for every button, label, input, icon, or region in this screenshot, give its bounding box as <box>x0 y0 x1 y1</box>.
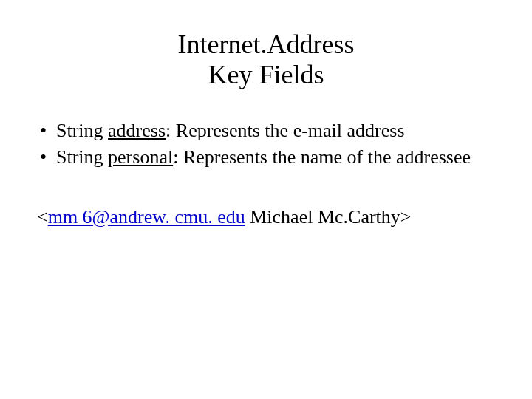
angle-bracket-open: < <box>37 206 48 228</box>
example-name: Michael Mc.Carthy> <box>245 206 412 228</box>
title-line-2: Key Fields <box>208 60 324 89</box>
slide-title: Internet.Address Key Fields <box>37 30 495 91</box>
list-item: String address: Represents the e-mail ad… <box>37 119 495 143</box>
email-link[interactable]: mm 6@andrew. cmu. edu <box>48 206 245 228</box>
bullet-text-rest: : Represents the e-mail address <box>166 120 404 141</box>
bullet-field-name: personal <box>108 146 173 168</box>
bullet-text-prefix: String <box>56 120 108 141</box>
example-line: <mm 6@andrew. cmu. edu Michael Mc.Carthy… <box>37 205 495 230</box>
bullet-list: String address: Represents the e-mail ad… <box>37 119 495 170</box>
title-line-1: Internet.Address <box>178 30 355 59</box>
bullet-text-prefix: String <box>56 146 108 168</box>
bullet-field-name: address <box>108 120 166 141</box>
bullet-text-rest: : Represents the name of the addressee <box>173 146 471 168</box>
list-item: String personal: Represents the name of … <box>37 146 495 170</box>
